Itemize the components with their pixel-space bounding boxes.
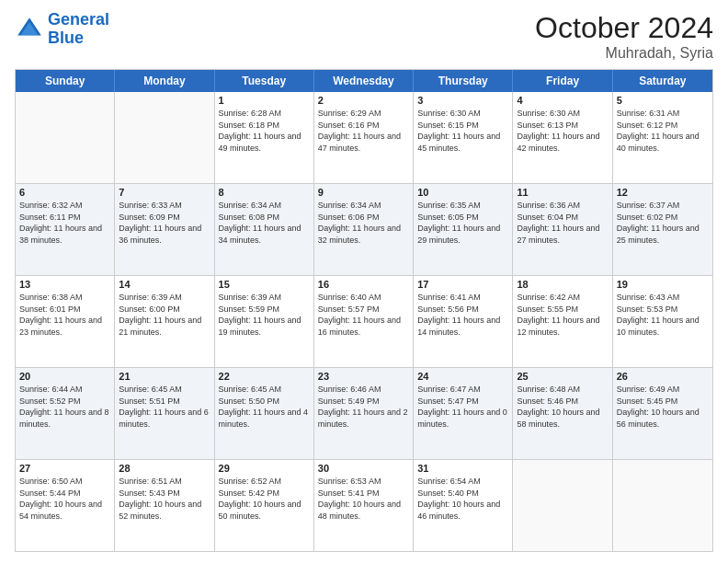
logo-line2: Blue <box>48 29 84 47</box>
day-number: 11 <box>517 187 608 198</box>
title-block: October 2024 Muhradah, Syria <box>535 11 713 62</box>
day-number: 19 <box>617 279 709 290</box>
weekday-header: Sunday <box>16 70 115 92</box>
day-number: 20 <box>19 371 110 382</box>
calendar-cell: 29Sunrise: 6:52 AM Sunset: 5:42 PM Dayli… <box>215 460 314 551</box>
day-info: Sunrise: 6:28 AM Sunset: 6:18 PM Dayligh… <box>219 108 310 154</box>
weekday-header: Monday <box>115 70 214 92</box>
day-info: Sunrise: 6:50 AM Sunset: 5:44 PM Dayligh… <box>19 476 110 522</box>
calendar-row: 27Sunrise: 6:50 AM Sunset: 5:44 PM Dayli… <box>16 459 712 551</box>
day-info: Sunrise: 6:54 AM Sunset: 5:40 PM Dayligh… <box>417 476 508 522</box>
calendar-body: 1Sunrise: 6:28 AM Sunset: 6:18 PM Daylig… <box>16 92 712 551</box>
day-number: 25 <box>517 371 608 382</box>
day-number: 5 <box>617 95 709 106</box>
day-number: 9 <box>318 187 409 198</box>
calendar-cell <box>513 460 612 551</box>
day-number: 18 <box>517 279 608 290</box>
day-number: 8 <box>219 187 310 198</box>
calendar-cell: 15Sunrise: 6:39 AM Sunset: 5:59 PM Dayli… <box>215 276 314 367</box>
logo-line1: General <box>48 10 109 29</box>
calendar-cell: 19Sunrise: 6:43 AM Sunset: 5:53 PM Dayli… <box>613 276 712 367</box>
calendar-cell: 20Sunrise: 6:44 AM Sunset: 5:52 PM Dayli… <box>16 368 115 459</box>
month-title: October 2024 <box>535 11 713 45</box>
day-number: 21 <box>119 371 210 382</box>
day-number: 10 <box>417 187 508 198</box>
day-number: 13 <box>19 279 110 290</box>
calendar-row: 6Sunrise: 6:32 AM Sunset: 6:11 PM Daylig… <box>16 183 712 275</box>
day-info: Sunrise: 6:29 AM Sunset: 6:16 PM Dayligh… <box>318 108 409 154</box>
day-info: Sunrise: 6:39 AM Sunset: 6:00 PM Dayligh… <box>119 292 210 338</box>
calendar: SundayMondayTuesdayWednesdayThursdayFrid… <box>15 69 713 552</box>
day-number: 29 <box>219 463 310 474</box>
calendar-cell: 5Sunrise: 6:31 AM Sunset: 6:12 PM Daylig… <box>613 92 712 183</box>
day-info: Sunrise: 6:42 AM Sunset: 5:55 PM Dayligh… <box>517 292 608 338</box>
calendar-cell: 1Sunrise: 6:28 AM Sunset: 6:18 PM Daylig… <box>215 92 314 183</box>
weekday-header: Thursday <box>414 70 513 92</box>
calendar-cell: 7Sunrise: 6:33 AM Sunset: 6:09 PM Daylig… <box>115 184 214 275</box>
day-info: Sunrise: 6:48 AM Sunset: 5:46 PM Dayligh… <box>517 384 608 430</box>
calendar-cell: 4Sunrise: 6:30 AM Sunset: 6:13 PM Daylig… <box>513 92 612 183</box>
calendar-cell: 25Sunrise: 6:48 AM Sunset: 5:46 PM Dayli… <box>513 368 612 459</box>
day-number: 2 <box>318 95 409 106</box>
day-info: Sunrise: 6:41 AM Sunset: 5:56 PM Dayligh… <box>417 292 508 338</box>
calendar-cell: 10Sunrise: 6:35 AM Sunset: 6:05 PM Dayli… <box>414 184 513 275</box>
calendar-cell: 24Sunrise: 6:47 AM Sunset: 5:47 PM Dayli… <box>414 368 513 459</box>
day-info: Sunrise: 6:35 AM Sunset: 6:05 PM Dayligh… <box>417 200 508 246</box>
day-number: 27 <box>19 463 110 474</box>
calendar-cell: 16Sunrise: 6:40 AM Sunset: 5:57 PM Dayli… <box>314 276 414 367</box>
calendar-cell: 12Sunrise: 6:37 AM Sunset: 6:02 PM Dayli… <box>613 184 712 275</box>
day-info: Sunrise: 6:30 AM Sunset: 6:15 PM Dayligh… <box>417 108 508 154</box>
calendar-cell: 21Sunrise: 6:45 AM Sunset: 5:51 PM Dayli… <box>115 368 214 459</box>
calendar-header: SundayMondayTuesdayWednesdayThursdayFrid… <box>16 70 712 92</box>
day-number: 1 <box>219 95 310 106</box>
calendar-cell: 31Sunrise: 6:54 AM Sunset: 5:40 PM Dayli… <box>414 460 513 551</box>
calendar-cell: 2Sunrise: 6:29 AM Sunset: 6:16 PM Daylig… <box>314 92 414 183</box>
day-info: Sunrise: 6:45 AM Sunset: 5:51 PM Dayligh… <box>119 384 210 430</box>
calendar-cell: 3Sunrise: 6:30 AM Sunset: 6:15 PM Daylig… <box>414 92 513 183</box>
day-info: Sunrise: 6:51 AM Sunset: 5:43 PM Dayligh… <box>119 476 210 522</box>
day-number: 3 <box>417 95 508 106</box>
day-info: Sunrise: 6:33 AM Sunset: 6:09 PM Dayligh… <box>119 200 210 246</box>
calendar-row: 13Sunrise: 6:38 AM Sunset: 6:01 PM Dayli… <box>16 275 712 367</box>
calendar-row: 1Sunrise: 6:28 AM Sunset: 6:18 PM Daylig… <box>16 92 712 183</box>
calendar-cell: 14Sunrise: 6:39 AM Sunset: 6:00 PM Dayli… <box>115 276 214 367</box>
calendar-cell: 27Sunrise: 6:50 AM Sunset: 5:44 PM Dayli… <box>16 460 115 551</box>
day-number: 16 <box>318 279 409 290</box>
page: General Blue October 2024 Muhradah, Syri… <box>0 0 728 563</box>
day-number: 26 <box>617 371 709 382</box>
day-number: 17 <box>417 279 508 290</box>
day-number: 22 <box>219 371 310 382</box>
day-info: Sunrise: 6:30 AM Sunset: 6:13 PM Dayligh… <box>517 108 608 154</box>
day-number: 28 <box>119 463 210 474</box>
day-number: 31 <box>417 463 508 474</box>
day-info: Sunrise: 6:39 AM Sunset: 5:59 PM Dayligh… <box>219 292 310 338</box>
weekday-header: Friday <box>513 70 612 92</box>
location-title: Muhradah, Syria <box>535 45 713 62</box>
calendar-cell: 17Sunrise: 6:41 AM Sunset: 5:56 PM Dayli… <box>414 276 513 367</box>
day-info: Sunrise: 6:53 AM Sunset: 5:41 PM Dayligh… <box>318 476 409 522</box>
day-info: Sunrise: 6:34 AM Sunset: 6:06 PM Dayligh… <box>318 200 409 246</box>
day-info: Sunrise: 6:43 AM Sunset: 5:53 PM Dayligh… <box>617 292 709 338</box>
calendar-cell <box>613 460 712 551</box>
logo-text: General Blue <box>48 11 109 48</box>
day-info: Sunrise: 6:45 AM Sunset: 5:50 PM Dayligh… <box>219 384 310 430</box>
day-info: Sunrise: 6:37 AM Sunset: 6:02 PM Dayligh… <box>617 200 709 246</box>
logo-icon <box>15 15 44 44</box>
day-info: Sunrise: 6:49 AM Sunset: 5:45 PM Dayligh… <box>617 384 709 430</box>
day-info: Sunrise: 6:32 AM Sunset: 6:11 PM Dayligh… <box>19 200 110 246</box>
day-info: Sunrise: 6:40 AM Sunset: 5:57 PM Dayligh… <box>318 292 409 338</box>
day-info: Sunrise: 6:34 AM Sunset: 6:08 PM Dayligh… <box>219 200 310 246</box>
calendar-row: 20Sunrise: 6:44 AM Sunset: 5:52 PM Dayli… <box>16 367 712 459</box>
day-number: 7 <box>119 187 210 198</box>
calendar-cell: 18Sunrise: 6:42 AM Sunset: 5:55 PM Dayli… <box>513 276 612 367</box>
calendar-cell <box>16 92 115 183</box>
day-number: 14 <box>119 279 210 290</box>
calendar-cell: 30Sunrise: 6:53 AM Sunset: 5:41 PM Dayli… <box>314 460 414 551</box>
day-info: Sunrise: 6:52 AM Sunset: 5:42 PM Dayligh… <box>219 476 310 522</box>
calendar-cell <box>115 92 214 183</box>
weekday-header: Saturday <box>613 70 712 92</box>
day-info: Sunrise: 6:44 AM Sunset: 5:52 PM Dayligh… <box>19 384 110 430</box>
weekday-header: Wednesday <box>314 70 414 92</box>
day-number: 6 <box>19 187 110 198</box>
calendar-cell: 6Sunrise: 6:32 AM Sunset: 6:11 PM Daylig… <box>16 184 115 275</box>
